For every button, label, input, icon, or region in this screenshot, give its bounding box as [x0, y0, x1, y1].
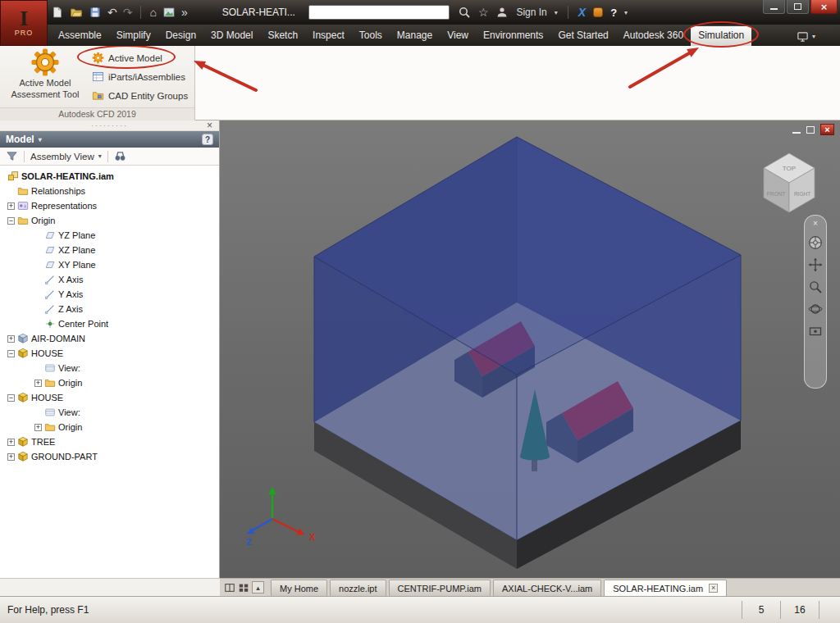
iparts-iassemblies-button[interactable]: iParts/iAssemblies: [87, 67, 194, 86]
grid-view-icon[interactable]: [238, 582, 249, 593]
browser-caret-icon[interactable]: ▾: [39, 136, 42, 143]
view-mode-selector[interactable]: Assembly View ▾: [30, 152, 102, 161]
exchange-apps-icon[interactable]: X: [578, 6, 586, 19]
look-at-icon[interactable]: [808, 324, 823, 339]
doc-tab-my-home[interactable]: My Home: [271, 580, 327, 596]
navbar-close-icon[interactable]: ×: [813, 220, 818, 228]
display-caret-icon[interactable]: ▾: [812, 33, 815, 40]
tab-inspect[interactable]: Inspect: [305, 26, 352, 46]
viewport-minimize-button[interactable]: [792, 132, 801, 134]
doc-tab-nozzle[interactable]: nozzle.ipt: [330, 580, 386, 596]
user-icon[interactable]: [495, 6, 509, 19]
expander-icon[interactable]: +: [34, 424, 42, 431]
tab-assemble[interactable]: Assemble: [51, 26, 109, 46]
tree-item-house1-view[interactable]: View:: [0, 361, 219, 375]
tab-sketch[interactable]: Sketch: [260, 26, 305, 46]
browser-close-icon[interactable]: ×: [207, 120, 214, 131]
viewport-restore-button[interactable]: [806, 126, 815, 134]
tab-manage[interactable]: Manage: [390, 26, 440, 46]
viewcube[interactable]: TOP FRONT RIGHT: [754, 147, 824, 217]
browser-help-icon[interactable]: ?: [202, 134, 213, 145]
tree-item-house1-origin[interactable]: + Origin: [0, 375, 219, 390]
help-icon[interactable]: ?: [610, 7, 617, 19]
expand-toolbar-icon[interactable]: »: [181, 6, 188, 19]
find-icon[interactable]: [114, 150, 126, 162]
tree-item-ground-part[interactable]: + GROUND-PART: [0, 449, 219, 464]
cad-entity-groups-button[interactable]: CAD Entity Groups: [87, 86, 194, 105]
sign-in-caret-icon[interactable]: ▾: [555, 9, 558, 16]
viewport-close-button[interactable]: ×: [820, 124, 834, 135]
tree-item-y-axis[interactable]: Y Axis: [0, 287, 219, 302]
tab-view[interactable]: View: [440, 26, 476, 46]
tree-item-representations[interactable]: + Representations: [0, 198, 219, 213]
tree-item-x-axis[interactable]: X Axis: [0, 272, 219, 287]
help-caret-icon[interactable]: ▾: [624, 9, 628, 16]
expander-icon[interactable]: +: [7, 202, 15, 210]
app-button[interactable]: I PRO: [0, 0, 48, 46]
expander-icon[interactable]: −: [7, 217, 15, 225]
doc-tab-solar-heating[interactable]: SOLAR-HEATING.iam ×: [604, 580, 727, 596]
tree-item-origin[interactable]: − Origin: [0, 213, 219, 228]
status-fields: 5 16: [742, 597, 833, 623]
save-icon[interactable]: [89, 6, 102, 19]
redo-icon[interactable]: ↷: [123, 6, 133, 19]
tab-tools[interactable]: Tools: [352, 26, 390, 46]
navigation-bar: ×: [804, 215, 827, 389]
zoom-icon[interactable]: [808, 280, 823, 294]
doc-tab-axial-check[interactable]: AXIAL-CHECK-V...iam: [493, 580, 601, 596]
tree-item-house-2[interactable]: − HOUSE: [0, 390, 219, 405]
render-icon[interactable]: [162, 6, 176, 19]
tab-get-started[interactable]: Get Started: [550, 26, 615, 46]
assessment-tool-button[interactable]: Active Model Assessment Tool: [3, 48, 87, 105]
favorites-star-icon[interactable]: ☆: [478, 6, 489, 19]
collapse-panel-icon[interactable]: ▴: [252, 581, 264, 593]
tab-simplify[interactable]: Simplify: [109, 26, 158, 46]
tree-item-center-point[interactable]: Center Point: [0, 316, 219, 331]
tree-item-xy-plane[interactable]: XY Plane: [0, 257, 219, 272]
expander-icon[interactable]: −: [7, 350, 15, 357]
expander-icon[interactable]: +: [7, 335, 15, 343]
tree-item-tree[interactable]: + TREE: [0, 434, 219, 449]
tree-item-air-domain[interactable]: + AIR-DOMAIN: [0, 331, 219, 346]
tree-item-z-axis[interactable]: Z Axis: [0, 302, 219, 316]
tab-design[interactable]: Design: [158, 26, 203, 46]
split-panes-icon[interactable]: [224, 582, 235, 593]
tab-3d-model[interactable]: 3D Model: [203, 26, 260, 46]
pan-icon[interactable]: [808, 257, 823, 272]
tab-autodesk-360[interactable]: Autodesk 360: [616, 26, 691, 46]
orbit-icon[interactable]: [808, 302, 823, 316]
minimize-button[interactable]: [763, 0, 785, 14]
notification-icon[interactable]: [593, 7, 603, 17]
active-model-button[interactable]: Active Model: [87, 48, 194, 67]
browser-grip[interactable]: ········· ×: [0, 121, 219, 131]
home-icon[interactable]: ⌂: [149, 6, 156, 19]
expander-icon[interactable]: +: [7, 439, 15, 446]
expander-icon[interactable]: −: [7, 394, 15, 402]
search-input[interactable]: [308, 5, 450, 20]
tree-item-house-1[interactable]: − HOUSE: [0, 346, 219, 361]
tree-item-yz-plane[interactable]: YZ Plane: [0, 228, 219, 243]
expander-icon[interactable]: +: [34, 380, 42, 387]
gear-icon: [92, 52, 104, 64]
display-icon[interactable]: [797, 30, 809, 43]
tree-item-house2-origin[interactable]: + Origin: [0, 420, 219, 434]
close-button[interactable]: ×: [810, 0, 838, 14]
maximize-button[interactable]: [787, 0, 809, 14]
new-document-icon[interactable]: [51, 6, 64, 19]
tab-environments[interactable]: Environments: [476, 26, 550, 46]
tree-item-house2-view[interactable]: View:: [0, 405, 219, 420]
tree-item-xz-plane[interactable]: XZ Plane: [0, 243, 219, 257]
filter-icon[interactable]: [6, 150, 18, 162]
tree-item-relationships[interactable]: Relationships: [0, 184, 219, 198]
tab-simulation[interactable]: Simulation: [691, 26, 751, 46]
open-icon[interactable]: [70, 6, 83, 19]
search-icon[interactable]: [458, 6, 471, 19]
browser-header[interactable]: Model ▾ ?: [0, 131, 219, 148]
undo-icon[interactable]: ↶: [107, 6, 117, 19]
expander-icon[interactable]: +: [7, 453, 15, 461]
tree-item-solar-heating[interactable]: SOLAR-HEATING.iam: [0, 169, 219, 184]
sign-in-button[interactable]: Sign In: [516, 7, 546, 18]
navigation-wheel-icon[interactable]: [808, 235, 823, 250]
tab-close-icon[interactable]: ×: [709, 584, 718, 593]
doc-tab-centrif-pump[interactable]: CENTRIF-PUMP.iam: [389, 580, 491, 596]
